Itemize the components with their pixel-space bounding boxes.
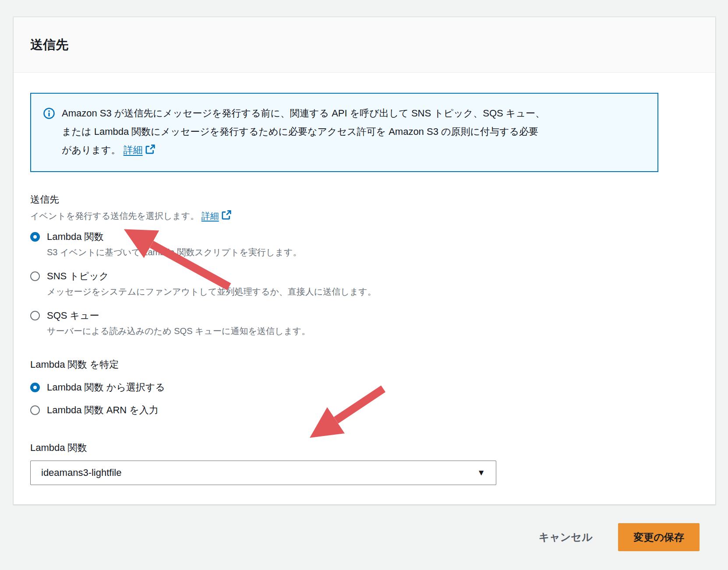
panel-body: Amazon S3 が送信先にメッセージを発行する前に、関連する API を呼び… [14, 73, 715, 504]
radio-button-icon[interactable] [30, 405, 40, 415]
info-icon [43, 108, 55, 121]
destination-label: 送信先 [30, 193, 699, 206]
alert-learn-more-link[interactable]: 詳細 [124, 144, 155, 155]
lambda-function-radio-description: S3 イベントに基づいて Lambda 関数スクリプトを実行します。 [47, 246, 699, 258]
external-link-icon [221, 212, 231, 222]
alert-line-1: Amazon S3 が送信先にメッセージを発行する前に、関連する API を呼び… [62, 108, 545, 119]
info-alert: Amazon S3 が送信先にメッセージを発行する前に、関連する API を呼び… [30, 93, 658, 172]
option-sqs-queue: SQS キュー サーバーによる読み込みのため SQS キューに通知を送信します。 [30, 309, 699, 337]
radio-button-icon[interactable] [30, 311, 40, 320]
destination-description-text: イベントを発行する送信先を選択します。 [30, 211, 199, 221]
lambda-function-radio-label: Lambda 関数 [47, 230, 104, 243]
dropdown-caret-icon: ▼ [477, 468, 485, 478]
sqs-queue-radio-description: サーバーによる読み込みのため SQS キューに通知を送信します。 [47, 325, 699, 337]
save-changes-button[interactable]: 変更の保存 [618, 523, 700, 551]
radio-button-icon[interactable] [30, 271, 40, 281]
external-link-icon [145, 146, 155, 157]
aws-s3-event-destination-page: { "panel": { "title": "送信先", "alert": { … [0, 0, 728, 570]
panel-header: 送信先 [14, 17, 715, 73]
choose-from-lambda-radio-label: Lambda 関数 から選択する [47, 381, 165, 394]
lambda-function-select-value: ideamans3-lightfile [41, 467, 121, 479]
sns-topic-radio-label: SNS トピック [47, 270, 109, 283]
sqs-queue-radio-label: SQS キュー [47, 309, 99, 322]
lambda-function-select[interactable]: ideamans3-lightfile ▼ [30, 461, 496, 485]
destination-description: イベントを発行する送信先を選択します。 詳細 [30, 210, 699, 223]
option-sns-topic: SNS トピック メッセージをシステムにファンアウトして並列処理するか、直接人に… [30, 270, 699, 298]
lambda-select-label: Lambda 関数 [30, 441, 699, 454]
form-actions: キャンセル 変更の保存 [0, 523, 728, 551]
alert-line-3: があります。 [62, 144, 121, 155]
enter-lambda-arn-radio[interactable]: Lambda 関数 ARN を入力 [30, 404, 699, 417]
alert-learn-more-label: 詳細 [124, 144, 143, 155]
lambda-function-radio[interactable]: Lambda 関数 [30, 230, 699, 243]
destination-learn-more-label: 詳細 [201, 211, 219, 221]
destination-field-group: 送信先 イベントを発行する送信先を選択します。 詳細 Lambda 関数 S3 … [30, 193, 699, 337]
panel-title: 送信先 [30, 35, 699, 54]
sns-topic-radio[interactable]: SNS トピック [30, 270, 699, 283]
lambda-select-field-group: Lambda 関数 ideamans3-lightfile ▼ [30, 441, 699, 485]
choose-from-lambda-radio[interactable]: Lambda 関数 から選択する [30, 381, 699, 394]
sqs-queue-radio[interactable]: SQS キュー [30, 309, 699, 322]
option-lambda-function: Lambda 関数 S3 イベントに基づいて Lambda 関数スクリプトを実行… [30, 230, 699, 258]
alert-line-2: または Lambda 関数にメッセージを発行するために必要なアクセス許可を Am… [62, 126, 538, 137]
specify-lambda-label: Lambda 関数 を特定 [30, 358, 699, 371]
enter-lambda-arn-radio-label: Lambda 関数 ARN を入力 [47, 404, 159, 417]
specify-lambda-field-group: Lambda 関数 を特定 Lambda 関数 から選択する Lambda 関数… [30, 358, 699, 417]
radio-button-icon[interactable] [30, 232, 40, 242]
alert-text: Amazon S3 が送信先にメッセージを発行する前に、関連する API を呼び… [62, 104, 545, 161]
cancel-button[interactable]: キャンセル [536, 530, 595, 545]
destination-panel: 送信先 Amazon S3 が送信先にメッセージを発行する前に、関連する API… [13, 17, 716, 505]
radio-button-icon[interactable] [30, 383, 40, 392]
sns-topic-radio-description: メッセージをシステムにファンアウトして並列処理するか、直接人に送信します。 [47, 285, 699, 298]
destination-learn-more-link[interactable]: 詳細 [201, 211, 231, 221]
